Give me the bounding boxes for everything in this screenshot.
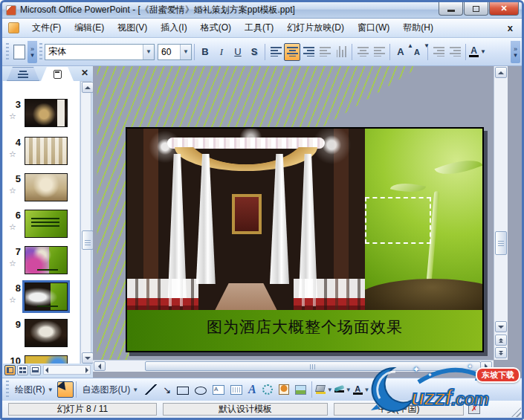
menu-tools[interactable]: 工具(T): [238, 19, 280, 36]
slide-thumbnail-image[interactable]: [25, 246, 68, 274]
rectangle-tool-button[interactable]: [177, 387, 189, 395]
scroll-left-button[interactable]: [94, 361, 106, 371]
animation-star-icon[interactable]: ☆: [9, 149, 16, 159]
align-left-icon: [271, 47, 282, 56]
framed-picture: [232, 194, 262, 234]
underline-button[interactable]: U: [230, 43, 246, 61]
animation-star-icon[interactable]: ☆: [9, 259, 16, 268]
animation-star-icon[interactable]: ☆: [9, 222, 16, 232]
toolbar-overflow-chevron[interactable]: »▾: [28, 41, 37, 63]
close-document-button[interactable]: x: [503, 22, 517, 33]
tab-slides[interactable]: [41, 67, 74, 81]
scroll-left-icon[interactable]: [45, 367, 48, 373]
decrease-font-button[interactable]: A▼: [409, 43, 425, 61]
wedding-canopy-photo[interactable]: [127, 129, 365, 310]
previous-slide-button[interactable]: [495, 335, 507, 346]
slide-thumbnail-image[interactable]: [25, 173, 68, 201]
tab-outline[interactable]: [7, 67, 39, 81]
menu-file[interactable]: 文件(F): [25, 19, 68, 36]
align-center-button[interactable]: [284, 43, 300, 61]
text-direction-button[interactable]: [333, 43, 349, 61]
font-size-value: 60: [161, 47, 171, 57]
animation-star-icon[interactable]: ☆: [9, 186, 16, 196]
scroll-up-button[interactable]: [495, 67, 507, 78]
slide-thumbnail-image-selected[interactable]: [25, 282, 68, 311]
bold-button[interactable]: B: [197, 43, 213, 61]
slide-caption[interactable]: 图为酒店大概整个场面效果: [207, 317, 403, 337]
chevron-down-icon[interactable]: ▼: [180, 45, 191, 59]
next-slide-button[interactable]: [495, 347, 507, 358]
oval-tool-button[interactable]: [195, 387, 207, 395]
chevron-down-icon[interactable]: ▼: [480, 48, 486, 55]
paint-bucket-icon: [315, 385, 326, 392]
toolbar-overflow-chevron[interactable]: »▾: [511, 41, 520, 63]
menu-format[interactable]: 格式(O): [194, 19, 238, 36]
arrow-tool-button[interactable]: ↘: [163, 384, 171, 395]
animation-star-icon[interactable]: ☆: [9, 112, 16, 121]
line-tool-button[interactable]: [145, 384, 157, 395]
fill-color-button[interactable]: [316, 385, 326, 394]
scroll-down-button[interactable]: [82, 352, 94, 364]
font-color-button[interactable]: A: [353, 385, 363, 395]
menu-window[interactable]: 窗口(W): [351, 19, 396, 36]
insert-picture-button[interactable]: [295, 385, 306, 395]
menu-help[interactable]: 帮助(H): [396, 19, 440, 36]
close-pane-button[interactable]: ✕: [81, 68, 88, 78]
increase-font-button[interactable]: A▲: [392, 43, 409, 61]
maximize-button[interactable]: [464, 2, 488, 16]
scroll-down-button[interactable]: [495, 321, 507, 332]
slide-sorter-view-button[interactable]: [17, 365, 28, 375]
selection-marquee[interactable]: [365, 197, 431, 244]
toolbar-grip[interactable]: [39, 43, 42, 61]
text-shadow-button[interactable]: S: [246, 43, 262, 61]
menu-slideshow[interactable]: 幻灯片放映(D): [280, 19, 351, 36]
design-template-indicator[interactable]: 默认设计模板: [163, 403, 328, 416]
italic-button[interactable]: I: [213, 43, 230, 61]
close-button[interactable]: ✕: [489, 2, 519, 16]
autoshapes-menu-button[interactable]: 自选图形(U)▼: [79, 381, 143, 398]
menu-view[interactable]: 视图(V): [111, 19, 154, 36]
increase-indent-button[interactable]: [447, 43, 463, 61]
new-document-button[interactable]: [11, 43, 28, 61]
pane-horizontal-scrollbar[interactable]: [43, 365, 91, 375]
slide-thumbnail-image[interactable]: [25, 99, 68, 127]
chevron-down-icon[interactable]: ▼: [143, 45, 154, 59]
font-color-button[interactable]: A ▼: [468, 43, 487, 61]
toolbar-grip[interactable]: [6, 381, 9, 398]
numbered-list-button[interactable]: [355, 43, 371, 61]
bullet-list-button[interactable]: [371, 43, 387, 61]
pane-scrollbar[interactable]: [80, 81, 91, 364]
menu-edit[interactable]: 编辑(E): [68, 19, 111, 36]
scroll-right-icon[interactable]: [85, 367, 88, 373]
chevron-down-icon[interactable]: ▼: [327, 387, 333, 393]
diagram-button[interactable]: [262, 384, 273, 395]
draw-menu-button[interactable]: 绘图(R)▼: [11, 381, 57, 398]
animation-star-icon[interactable]: ☆: [9, 295, 16, 305]
slide-canvas[interactable]: 图为酒店大概整个场面效果: [126, 127, 484, 352]
vertical-scrollbar[interactable]: [494, 66, 508, 360]
scroll-up-button[interactable]: [82, 82, 94, 93]
slide-thumbnail-image[interactable]: [25, 319, 68, 347]
decrease-indent-button[interactable]: [430, 43, 447, 61]
line-color-button[interactable]: [334, 387, 344, 392]
vertical-text-box-button[interactable]: [230, 385, 242, 395]
clipart-button[interactable]: [279, 384, 289, 395]
wordart-button[interactable]: A: [248, 383, 256, 396]
pane-scrollbar-thumb[interactable]: [82, 230, 94, 250]
normal-view-button[interactable]: [4, 365, 16, 375]
minimize-button[interactable]: [439, 2, 463, 16]
slide-thumbnail-image[interactable]: [25, 210, 68, 238]
slideshow-view-button[interactable]: [30, 365, 41, 375]
chevron-down-icon[interactable]: ▼: [346, 387, 352, 393]
text-box-button[interactable]: [213, 385, 224, 395]
slide-thumbnail-image[interactable]: [25, 137, 68, 165]
align-right-button[interactable]: [300, 43, 317, 61]
select-objects-button[interactable]: [57, 381, 74, 398]
align-left-button[interactable]: [268, 43, 284, 61]
toolbar-grip[interactable]: [6, 43, 9, 61]
menu-insert[interactable]: 插入(I): [154, 19, 193, 36]
font-name-select[interactable]: 宋体 ▼: [45, 44, 155, 60]
distribute-text-button[interactable]: [317, 43, 333, 61]
vertical-scrollbar-thumb[interactable]: [495, 231, 507, 255]
font-size-select[interactable]: 60 ▼: [158, 44, 192, 60]
